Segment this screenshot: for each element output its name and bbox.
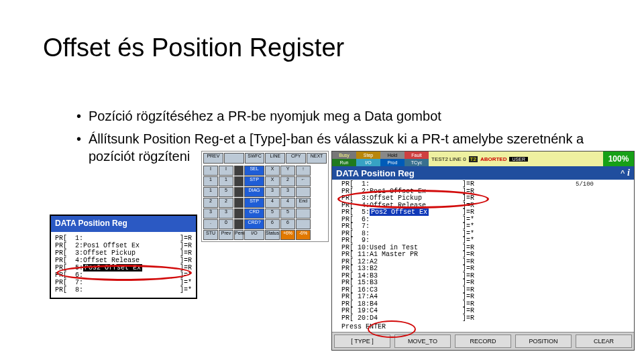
keypad-button[interactable]: End (296, 198, 311, 208)
keypad-button[interactable]: 3 (280, 187, 295, 197)
keypad-button[interactable]: PREV (203, 153, 223, 164)
keypad-button[interactable]: +6% (280, 230, 295, 240)
panel3-row[interactable]: PR[ 3:Offset Pickup]=R (341, 195, 634, 202)
bullet-item: Pozíció rögzítéséhez a PR-be nyomjuk meg… (76, 107, 627, 125)
status-user-badge: USER (509, 157, 527, 162)
status-labels: Busy Step Run I/O (332, 152, 380, 166)
softkey-type[interactable]: [ TYPE ] (334, 335, 390, 348)
keypad-button[interactable] (296, 187, 311, 197)
keypad-button[interactable]: 5 (265, 208, 280, 219)
status-t2-badge: T2 (469, 156, 478, 162)
panel3-row[interactable]: PR[ 19:C4]=R (341, 308, 634, 315)
keypad-button[interactable]: CPY (286, 153, 306, 164)
keypad-button[interactable]: ↑ (296, 166, 311, 176)
keypad-button[interactable]: 2 (203, 198, 218, 208)
keypad-button[interactable]: 2 (219, 198, 233, 208)
keypad-button[interactable]: 1 (219, 176, 233, 186)
panel3-row[interactable]: PR[ 15:B3]=R (341, 280, 634, 287)
panel3-row[interactable]: PR[ 7:]=* (341, 223, 634, 231)
panel3-row[interactable]: PR[ 13:B2]=R (341, 265, 634, 273)
panel1-row: PR[ 1:]=R (55, 235, 192, 242)
keypad-button[interactable]: Pendt (234, 230, 244, 240)
keypad-button[interactable] (234, 166, 244, 176)
keypad-button[interactable]: X (265, 166, 280, 176)
keypad-button[interactable]: STP (244, 176, 264, 186)
keypad-button[interactable]: 3 (203, 208, 218, 219)
keypad-button[interactable]: 3 (265, 187, 280, 197)
softkey-record[interactable]: RECORD (455, 335, 511, 348)
keypad-button[interactable]: CRD (244, 208, 264, 219)
panel1-row: PR[ 5:Pos2 Offset Ex]=R (55, 264, 192, 272)
keypad-button[interactable]: CRD? (244, 219, 264, 229)
keypad-button[interactable]: STP (244, 198, 264, 208)
slide: Offset és Position Register Pozíció rögz… (0, 0, 644, 362)
panel3-row[interactable]: PR[ 20:D4]=R (341, 315, 634, 322)
panel1-row: PR[ 6:]=* (55, 272, 192, 279)
panel2-toprow: PREVSWFCLINECPYNEXT (202, 152, 328, 165)
panel1-row: PR[ 7:]=* (55, 279, 192, 286)
panel3-row[interactable]: PR[ 12:A2]=R (341, 259, 634, 266)
keypad-button[interactable]: 3 (219, 208, 233, 219)
keypad-button[interactable]: 1 (203, 176, 218, 186)
keypad-button[interactable]: 2 (280, 176, 295, 186)
panel3-row[interactable]: PR[ 18:B4]=R (341, 301, 634, 308)
status-prod: Prod (380, 159, 405, 166)
panel1-row: PR[ 8:]=* (55, 286, 192, 294)
status-busy: Busy (332, 152, 356, 159)
panel3-row[interactable]: PR[ 16:C3]=R (341, 287, 634, 294)
keypad-button[interactable]: LINE (265, 153, 285, 164)
keypad-button[interactable]: Status (265, 230, 280, 240)
keypad-button[interactable]: I/O (244, 230, 264, 240)
keypad-button[interactable]: Prev (219, 230, 233, 240)
keypad-button[interactable]: 1 (203, 187, 218, 197)
softkey-moveto[interactable]: MOVE_TO (394, 335, 451, 348)
panel3-count: 5/100 (576, 181, 594, 188)
panel3-caret-info: ^ i (621, 168, 630, 178)
softkey-position[interactable]: POSITION (515, 335, 572, 348)
keypad-button[interactable] (224, 153, 244, 164)
keypad-button[interactable]: -6% (296, 230, 311, 240)
keypad-button[interactable]: 0 (219, 219, 233, 229)
panel3-row[interactable]: PR[ 9:]=* (341, 237, 634, 245)
panel1-header: DATA Position Reg (51, 216, 196, 232)
panel1-row: PR[ 4:Offset Release]=R (55, 257, 192, 264)
keypad-button[interactable]: X (265, 176, 280, 186)
keypad-button[interactable] (234, 198, 244, 208)
panel3-row[interactable]: PR[ 5:Pos2 Offset Ex]=R (341, 209, 634, 217)
panel1-body: PR[ 1:]=RPR[ 2:Pos1 Offset Ex]=RPR[ 3:Of… (51, 232, 196, 298)
panel3-row[interactable]: PR[ 14:B3]=R (341, 273, 634, 280)
keypad-button[interactable]: 5 (219, 187, 233, 197)
keypad-button[interactable]: 4 (280, 198, 295, 208)
keypad-button[interactable] (234, 187, 244, 197)
status-io: I/O (356, 159, 380, 166)
keypad-button[interactable] (296, 208, 311, 219)
keypad-button[interactable]: NEXT (307, 153, 327, 164)
panel3-row[interactable]: PR[ 8:]=* (341, 231, 634, 238)
slide-title: Offset és Position Register (43, 34, 344, 62)
keypad-button[interactable] (234, 219, 244, 229)
panel3-row[interactable]: PR[ 11:A1 Master PR]=R (341, 251, 634, 259)
keypad-button[interactable] (234, 176, 244, 186)
keypad-button[interactable]: 5 (280, 208, 295, 219)
status-labels2: Hold Fault Prod TCyc (380, 152, 429, 166)
keypad-button[interactable]: 6 (280, 219, 295, 229)
keypad-button[interactable]: Y (280, 166, 295, 176)
keypad-button[interactable]: . (203, 219, 218, 229)
keypad-button[interactable]: DIAG (244, 187, 264, 197)
softkey-clear[interactable]: CLEAR (576, 335, 632, 348)
panel3-row[interactable]: PR[ 17:A4]=R (341, 294, 634, 301)
keypad-button[interactable]: I (219, 166, 233, 176)
keypad-button[interactable] (296, 219, 311, 229)
keypad-button[interactable]: I (203, 166, 218, 176)
keypad-button[interactable]: 4 (265, 198, 280, 208)
keypad-button[interactable]: 6 (265, 219, 280, 229)
keypad-button[interactable]: SWFC (245, 153, 265, 164)
panel3-titlebar: DATA Position Reg ^ i (332, 166, 634, 180)
keypad-button[interactable]: ← (296, 176, 311, 186)
panel3-row[interactable]: PR[ 6:]=* (341, 217, 634, 224)
keypad-button[interactable]: STU (203, 230, 218, 240)
keypad-button[interactable]: SEL (244, 166, 264, 176)
status-hold: Hold (380, 152, 405, 159)
keypad-button[interactable] (234, 208, 244, 219)
panel1-row: PR[ 3:Offset Pickup]=R (55, 249, 192, 257)
